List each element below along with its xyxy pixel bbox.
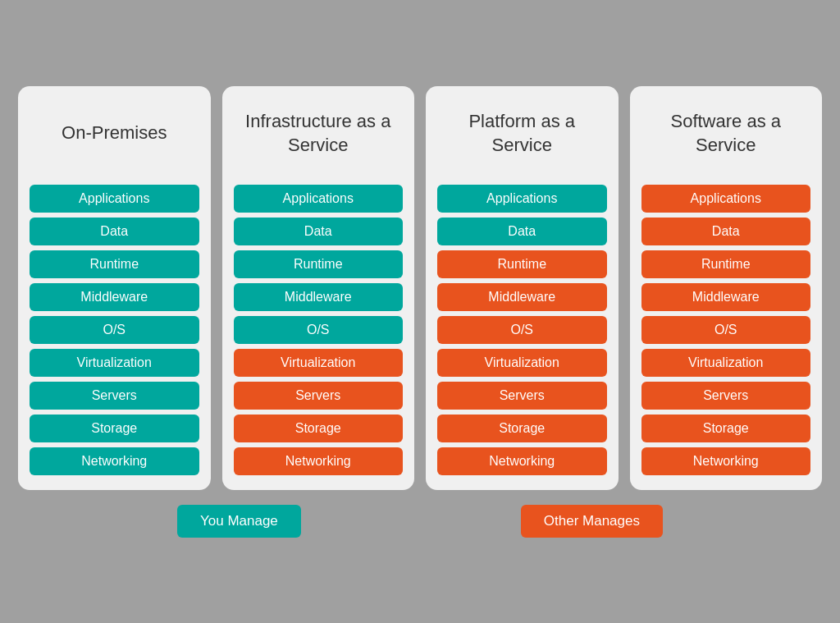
- column-card-saas: Software as a ServiceApplicationsDataRun…: [630, 86, 823, 490]
- column-card-on-premises: On-PremisesApplicationsDataRuntimeMiddle…: [18, 86, 211, 490]
- columns-row: On-PremisesApplicationsDataRuntimeMiddle…: [18, 86, 822, 490]
- column-card-paas: Platform as a ServiceApplicationsDataRun…: [426, 86, 619, 490]
- item-badge-storage-iaas: Storage: [234, 415, 404, 442]
- item-badge-applications-iaas: Applications: [234, 185, 404, 213]
- item-badge-storage-on-premises: Storage: [30, 415, 199, 442]
- item-badge-o/s-iaas: O/S: [234, 316, 404, 344]
- item-badge-runtime-iaas: Runtime: [234, 250, 404, 278]
- item-badge-servers-iaas: Servers: [234, 382, 404, 410]
- column-title-on-premises: On-Premises: [62, 101, 167, 167]
- item-badge-middleware-saas: Middleware: [641, 283, 811, 311]
- item-badge-virtualization-iaas: Virtualization: [234, 349, 404, 377]
- item-badge-storage-saas: Storage: [641, 415, 811, 442]
- item-badge-virtualization-on-premises: Virtualization: [30, 349, 199, 377]
- item-badge-data-on-premises: Data: [30, 218, 199, 245]
- item-badge-middleware-on-premises: Middleware: [30, 283, 199, 311]
- item-badge-applications-paas: Applications: [437, 185, 607, 213]
- item-badge-servers-on-premises: Servers: [30, 382, 199, 410]
- column-title-saas: Software as a Service: [641, 101, 811, 167]
- item-badge-networking-on-premises: Networking: [30, 447, 199, 475]
- item-badge-o/s-paas: O/S: [437, 316, 607, 344]
- item-badge-middleware-paas: Middleware: [437, 283, 607, 311]
- item-badge-virtualization-saas: Virtualization: [641, 349, 811, 377]
- item-badge-virtualization-paas: Virtualization: [437, 349, 607, 377]
- item-badge-servers-paas: Servers: [437, 382, 607, 410]
- item-badge-servers-saas: Servers: [641, 382, 811, 410]
- item-badge-middleware-iaas: Middleware: [234, 283, 404, 311]
- item-badge-networking-iaas: Networking: [234, 447, 404, 475]
- main-container: On-PremisesApplicationsDataRuntimeMiddle…: [18, 86, 822, 538]
- item-badge-runtime-paas: Runtime: [437, 250, 607, 278]
- item-badge-data-saas: Data: [641, 218, 811, 245]
- item-badge-runtime-saas: Runtime: [641, 250, 811, 278]
- item-badge-networking-saas: Networking: [641, 447, 811, 475]
- you-manage-badge: You Manage: [177, 505, 301, 538]
- column-title-paas: Platform as a Service: [437, 101, 607, 167]
- item-badge-data-iaas: Data: [234, 218, 404, 245]
- item-badge-networking-paas: Networking: [437, 447, 607, 475]
- item-badge-data-paas: Data: [437, 218, 607, 245]
- column-title-iaas: Infrastructure as a Service: [234, 101, 404, 167]
- item-badge-applications-saas: Applications: [641, 185, 811, 213]
- item-badge-o/s-on-premises: O/S: [30, 316, 199, 344]
- items-list-iaas: ApplicationsDataRuntimeMiddlewareO/SVirt…: [234, 185, 404, 475]
- legend-row: You Manage Other Manages: [18, 505, 822, 538]
- items-list-paas: ApplicationsDataRuntimeMiddlewareO/SVirt…: [437, 185, 607, 475]
- items-list-saas: ApplicationsDataRuntimeMiddlewareO/SVirt…: [641, 185, 811, 475]
- item-badge-storage-paas: Storage: [437, 415, 607, 442]
- item-badge-o/s-saas: O/S: [641, 316, 811, 344]
- item-badge-runtime-on-premises: Runtime: [30, 250, 199, 278]
- column-card-iaas: Infrastructure as a ServiceApplicationsD…: [222, 86, 415, 490]
- items-list-on-premises: ApplicationsDataRuntimeMiddlewareO/SVirt…: [30, 185, 199, 475]
- other-manages-badge: Other Manages: [521, 505, 663, 538]
- item-badge-applications-on-premises: Applications: [30, 185, 199, 213]
